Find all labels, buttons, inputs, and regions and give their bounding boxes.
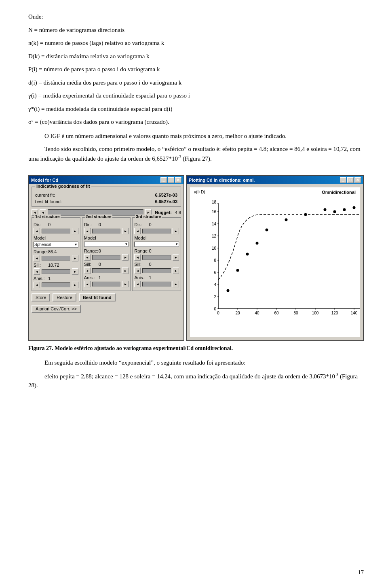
s2-anis-right-btn[interactable]: ► — [122, 281, 129, 287]
struct3-sill-label: Sill: — [134, 262, 149, 267]
s2-sill-left-btn[interactable]: ◄ — [84, 267, 91, 274]
s1-anis-track[interactable] — [42, 282, 70, 287]
s1-sill-track[interactable] — [42, 269, 70, 274]
s3-anis-right-btn[interactable]: ► — [173, 281, 179, 287]
s2-dir-track[interactable] — [92, 229, 121, 234]
nugget-value: 4.8 — [175, 210, 181, 215]
close-button[interactable]: ✕ — [175, 177, 181, 183]
s3-dir-right-btn[interactable]: ► — [173, 228, 179, 234]
struct1-model-label: Model — [34, 236, 48, 240]
s1-range-right-btn[interactable]: ► — [72, 255, 78, 261]
gamma-def: γ(i) = medida experimental da continuida… — [28, 91, 364, 100]
model-cd-window: Model for Cd _ □ ✕ Indicative goodness o… — [28, 175, 184, 341]
s2-sill-track[interactable] — [92, 268, 121, 273]
plot-cd-win-controls[interactable]: _ □ ✕ — [340, 177, 361, 183]
s3-sill-right-btn[interactable]: ► — [173, 267, 179, 274]
tendo-paragraph-block: Tendo sido escolhido, como primeiro mode… — [28, 144, 364, 163]
s1-range-left-btn[interactable]: ◄ — [34, 255, 40, 261]
s2-anis-track[interactable] — [92, 282, 121, 287]
struct2-model-dropdown[interactable]: ▼ — [84, 242, 129, 247]
current-fit-value: 6.6527e-03 — [155, 193, 177, 197]
struct2-anis-scroll: ◄ ► — [84, 281, 129, 287]
dk-def: D(k) = distância máxima relativa ao vari… — [28, 52, 364, 61]
s1-range-track[interactable] — [42, 256, 70, 261]
svg-point-50 — [353, 206, 356, 209]
s2-dir-right-btn[interactable]: ► — [122, 228, 129, 234]
best-fit-button[interactable]: Best fit found — [79, 293, 116, 301]
struct2-sill-value: 0 — [99, 262, 101, 267]
s3-sill-track[interactable] — [142, 268, 171, 273]
svg-text:20: 20 — [236, 311, 240, 315]
best-fit-label: best fit found: — [35, 199, 62, 204]
svg-text:4: 4 — [214, 282, 217, 287]
s1-sill-left-btn[interactable]: ◄ — [34, 268, 40, 275]
igf-text: O IGF é um número adimensional e valores… — [28, 132, 364, 141]
s3-dir-track[interactable] — [142, 229, 171, 234]
model-cd-win-controls[interactable]: _ □ ✕ — [160, 177, 181, 183]
plot-cd-title: Plotting Cd in directions: omni. — [189, 178, 255, 183]
struct1-anis-scroll: ◄ ► — [34, 282, 78, 288]
bottom-buttons-row: Store Restore Best fit found — [32, 293, 181, 301]
s3-range-track[interactable] — [142, 255, 171, 260]
s2-dir-left-btn[interactable]: ◄ — [84, 228, 91, 234]
svg-text:12: 12 — [212, 234, 217, 238]
struct2-dir-scroll: ◄ ► — [84, 228, 129, 234]
struct2-model-label: Model — [84, 236, 99, 240]
s1-dir-track[interactable] — [42, 229, 70, 234]
svg-point-42 — [246, 253, 249, 256]
model-cd-body: Indicative goodness of fit current fit: … — [29, 184, 183, 315]
s3-range-right-btn[interactable]: ► — [173, 254, 179, 261]
maximize-button[interactable]: □ — [168, 177, 174, 183]
struct1-sill-scroll: ◄ ► — [34, 268, 78, 275]
s2-anis-left-btn[interactable]: ◄ — [84, 281, 91, 287]
s3-anis-left-btn[interactable]: ◄ — [134, 281, 141, 287]
struct2-sill-scroll: ◄ ► — [84, 267, 129, 274]
struct1-model-dropdown[interactable]: Spherical ▼ — [34, 242, 78, 248]
struct2-range-label: Range: — [84, 248, 99, 253]
store-button[interactable]: Store — [32, 293, 50, 301]
struct1-model-value: Spherical — [34, 242, 51, 247]
struct2-range-scroll: ◄ ► — [84, 254, 129, 261]
apriori-button[interactable]: A priori Cov./Corr. >> — [32, 305, 81, 313]
plot-minimize-button[interactable]: _ — [340, 177, 346, 183]
s1-anis-right-btn[interactable]: ► — [72, 282, 78, 288]
s2-range-left-btn[interactable]: ◄ — [84, 254, 91, 261]
s3-sill-left-btn[interactable]: ◄ — [134, 267, 141, 274]
struct1-range-value: 86.4 — [48, 249, 57, 254]
struct1-dropdown-arrow: ▼ — [74, 243, 78, 246]
svg-point-41 — [236, 269, 239, 272]
plot-chart-area: Omnidirectional γ(I+D) 0 2 4 6 8 — [190, 187, 360, 337]
s1-dir-right-btn[interactable]: ► — [72, 228, 78, 234]
struct3-anis-scroll: ◄ ► — [134, 281, 179, 287]
s1-sill-right-btn[interactable]: ► — [72, 268, 78, 275]
plot-maximize-button[interactable]: □ — [347, 177, 354, 183]
structure-3-box: 3rd structure Dir.: 0 ◄ ► Model — [132, 217, 181, 291]
s2-range-track[interactable] — [92, 255, 121, 260]
s3-range-left-btn[interactable]: ◄ — [134, 254, 141, 261]
struct3-model-dropdown[interactable]: ▼ — [134, 242, 179, 247]
minimize-button[interactable]: _ — [160, 177, 167, 183]
svg-text:0: 0 — [217, 311, 219, 315]
structure-1-box: 1st structure Dir.: 0 ◄ ► Model Spheri — [32, 217, 80, 291]
plot-close-button[interactable]: ✕ — [354, 177, 361, 183]
s2-range-right-btn[interactable]: ► — [122, 254, 129, 261]
s3-anis-track[interactable] — [142, 282, 171, 287]
s3-dir-left-btn[interactable]: ◄ — [134, 228, 141, 234]
variogram-chart: 0 2 4 6 8 10 12 14 16 — [202, 200, 360, 325]
struct1-range-label: Range: — [34, 249, 48, 254]
tendo-text: Tendo sido escolhido, como primeiro mode… — [28, 144, 364, 163]
restore-button[interactable]: Restore — [53, 293, 76, 301]
s1-dir-left-btn[interactable]: ◄ — [34, 228, 40, 234]
s1-anis-left-btn[interactable]: ◄ — [34, 282, 40, 288]
svg-text:6: 6 — [214, 270, 217, 275]
svg-text:8: 8 — [214, 258, 217, 263]
s2-sill-right-btn[interactable]: ► — [122, 267, 129, 274]
svg-text:2: 2 — [214, 295, 217, 299]
struct3-dir-value: 0 — [149, 222, 151, 227]
igf-paragraph-block: O IGF é um número adimensional e valores… — [28, 132, 364, 141]
svg-text:10: 10 — [212, 246, 217, 250]
y-axis-label: γ(I+D) — [194, 190, 205, 194]
plot-cd-window: Plotting Cd in directions: omni. _ □ ✕ O… — [186, 175, 364, 341]
sigma-def: σ² = (co)variância dos dados para o vari… — [28, 117, 364, 127]
struct3-dropdown-arrow: ▼ — [175, 242, 178, 246]
